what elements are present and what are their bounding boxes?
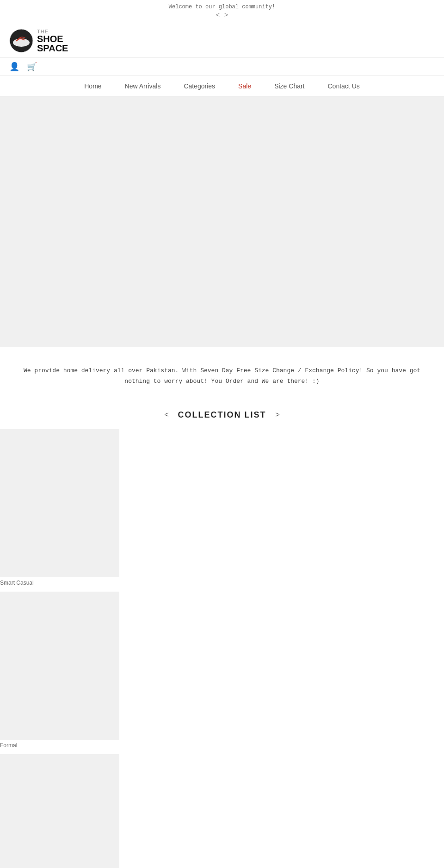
logo[interactable]: THE SHOE SPACE (9, 29, 68, 53)
cart-icon[interactable]: 🛒 (27, 62, 37, 72)
header: THE SHOE SPACE (0, 24, 444, 58)
list-item: Formal (0, 592, 444, 749)
announcement-text: Welcome to our global community! (0, 4, 444, 10)
nav-new-arrivals[interactable]: New Arrivals (125, 82, 161, 90)
nav-sale[interactable]: Sale (238, 82, 251, 90)
collection-title: COLLECTION LIST (178, 410, 266, 420)
list-item (0, 754, 444, 868)
navigation-bar: Home New Arrivals Categories Sale Size C… (0, 75, 444, 97)
announcement-navigation: < > (0, 10, 444, 22)
header-icons: 👤 🛒 (0, 58, 444, 75)
collection-image-smart-casual[interactable] (0, 429, 119, 577)
collection-image-third[interactable] (0, 754, 119, 868)
hero-image (0, 97, 444, 347)
collection-label-formal: Formal (0, 740, 444, 749)
collection-label-smart-casual: Smart Casual (0, 577, 444, 587)
announcement-bar: Welcome to our global community! < > (0, 0, 444, 24)
logo-space: SPACE (37, 44, 68, 53)
nav-home[interactable]: Home (84, 82, 101, 90)
policy-text: We provide home delivery all over Pakist… (0, 347, 444, 406)
collection-prev-button[interactable]: < (164, 411, 168, 419)
logo-icon (9, 29, 33, 53)
nav-size-chart[interactable]: Size Chart (274, 82, 304, 90)
collection-list: Smart Casual Formal (0, 429, 444, 868)
list-item: Smart Casual (0, 429, 444, 587)
announcement-next-button[interactable]: > (224, 11, 228, 19)
policy-description: We provide home delivery all over Pakist… (9, 365, 435, 387)
announcement-prev-button[interactable]: < (216, 11, 220, 19)
nav-contact-us[interactable]: Contact Us (328, 82, 360, 90)
account-icon[interactable]: 👤 (9, 62, 19, 72)
collection-header: < COLLECTION LIST > (0, 406, 444, 429)
logo-text: THE SHOE SPACE (37, 29, 68, 53)
nav-categories[interactable]: Categories (184, 82, 215, 90)
collection-next-button[interactable]: > (276, 411, 280, 419)
collection-image-formal[interactable] (0, 592, 119, 740)
logo-shoe: SHOE (37, 34, 68, 44)
